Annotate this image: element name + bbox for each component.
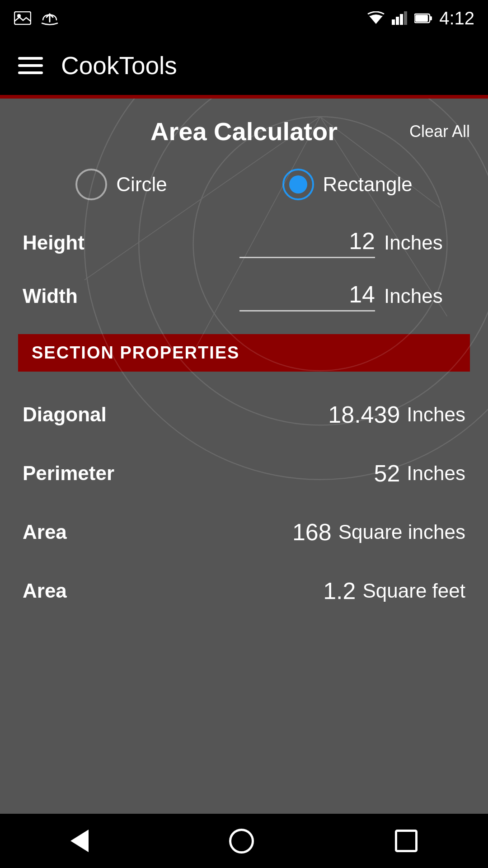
wifi-icon	[367, 11, 385, 25]
image-icon	[14, 9, 32, 27]
app-title: CookTools	[61, 51, 177, 80]
height-unit: Inches	[384, 231, 465, 254]
diagonal-result-row: Diagonal 18.439 Inches	[18, 390, 470, 439]
nav-recents-button[interactable]	[395, 830, 418, 852]
back-icon	[70, 830, 89, 852]
signal-icon	[392, 11, 408, 25]
upload-icon	[41, 9, 59, 27]
area-sqin-unit: Square inches	[338, 521, 465, 543]
diagonal-unit: Inches	[407, 403, 465, 426]
width-input[interactable]	[239, 281, 375, 311]
diagonal-value-wrap: 18.439 Inches	[136, 401, 465, 428]
hamburger-menu-button[interactable]	[18, 57, 43, 74]
diagonal-label: Diagonal	[23, 403, 136, 426]
rectangle-label: Rectangle	[323, 173, 413, 196]
area-sqft-label: Area	[23, 580, 136, 602]
area-sqin-value-wrap: 168 Square inches	[136, 519, 465, 546]
svg-rect-3	[392, 19, 395, 25]
section-header-text: SECTION PROPERTIES	[32, 343, 239, 362]
home-icon	[229, 829, 254, 854]
nav-bar	[0, 814, 488, 868]
area-sqin-value: 168	[292, 519, 332, 546]
svg-rect-9	[430, 16, 432, 20]
rectangle-radio-selected	[289, 175, 307, 193]
page-title: Area Calculator	[150, 117, 338, 146]
svg-point-11	[139, 99, 488, 425]
svg-rect-5	[400, 14, 403, 25]
svg-rect-4	[396, 17, 399, 25]
section-properties-header: SECTION PROPERTIES	[18, 334, 470, 372]
perimeter-result-row: Perimeter 52 Inches	[18, 448, 470, 498]
height-input-row: Height Inches	[18, 227, 470, 258]
circle-label: Circle	[116, 173, 167, 196]
svg-rect-8	[415, 15, 428, 22]
shape-selection: Circle Rectangle	[18, 169, 470, 200]
perimeter-value-wrap: 52 Inches	[136, 460, 465, 487]
area-sqft-result-row: Area 1.2 Square feet	[18, 566, 470, 616]
recents-icon	[395, 830, 418, 852]
area-sqin-label: Area	[23, 521, 136, 543]
perimeter-value: 52	[374, 460, 400, 487]
svg-rect-0	[14, 12, 31, 24]
clear-all-button[interactable]: Clear All	[409, 122, 470, 141]
circle-radio[interactable]	[75, 169, 107, 200]
area-sqin-result-row: Area 168 Square inches	[18, 507, 470, 557]
svg-marker-2	[369, 16, 383, 24]
nav-back-button[interactable]	[70, 830, 89, 852]
accent-line	[0, 95, 488, 99]
svg-rect-6	[404, 11, 407, 25]
width-unit: Inches	[384, 285, 465, 307]
height-label: Height	[23, 231, 122, 254]
width-label: Width	[23, 285, 122, 307]
main-content: Area Calculator Clear All Circle Rectang…	[0, 99, 488, 643]
area-sqft-value: 1.2	[323, 577, 356, 604]
status-right-icons: 4:12	[367, 8, 474, 28]
status-left-icons	[14, 9, 59, 27]
perimeter-label: Perimeter	[23, 462, 136, 485]
height-input[interactable]	[239, 227, 375, 258]
rectangle-option[interactable]: Rectangle	[282, 169, 413, 200]
battery-icon	[414, 13, 432, 24]
circle-option[interactable]: Circle	[75, 169, 167, 200]
height-input-wrap	[122, 227, 375, 258]
width-input-row: Width Inches	[18, 281, 470, 311]
width-input-wrap	[122, 281, 375, 311]
rectangle-radio[interactable]	[282, 169, 314, 200]
app-bar: CookTools	[0, 36, 488, 95]
status-time: 4:12	[439, 8, 474, 28]
area-sqft-value-wrap: 1.2 Square feet	[136, 577, 465, 604]
perimeter-unit: Inches	[407, 462, 465, 485]
diagonal-value: 18.439	[328, 401, 400, 428]
status-bar: 4:12	[0, 0, 488, 36]
nav-home-button[interactable]	[229, 829, 254, 854]
page-title-row: Area Calculator Clear All	[18, 117, 470, 146]
area-sqft-unit: Square feet	[363, 580, 466, 602]
